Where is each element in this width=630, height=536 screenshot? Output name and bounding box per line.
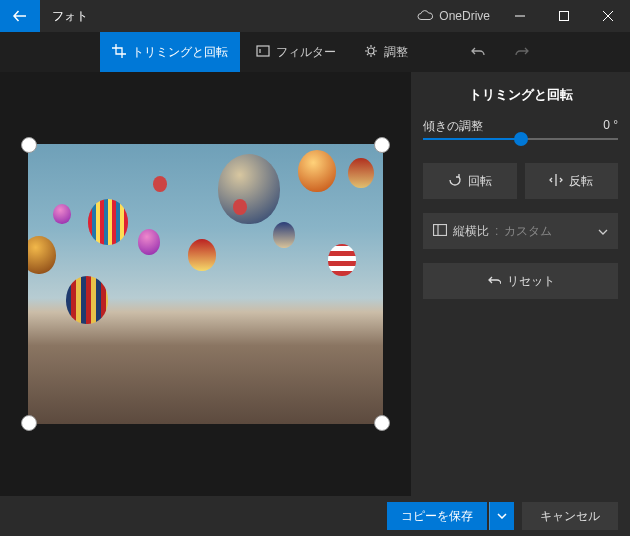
reset-button[interactable]: リセット [423, 263, 618, 299]
side-panel: トリミングと回転 傾きの調整 0 ° 回転 反転 縦横比 : [411, 72, 630, 496]
save-dropdown-button[interactable] [489, 502, 514, 530]
tilt-slider[interactable] [423, 129, 618, 149]
cloud-icon [417, 9, 433, 23]
minimize-button[interactable] [498, 0, 542, 32]
flip-label: 反転 [569, 173, 593, 190]
tab-filter[interactable]: フィルター [244, 32, 348, 72]
close-button[interactable] [586, 0, 630, 32]
tab-adjust-label: 調整 [384, 44, 408, 61]
rotate-icon [448, 173, 462, 190]
canvas-area [0, 72, 411, 496]
reset-icon [487, 273, 501, 290]
maximize-button[interactable] [542, 0, 586, 32]
crop-icon [112, 44, 126, 61]
redo-button[interactable] [502, 32, 542, 72]
aspect-label: 縦横比 [453, 223, 489, 240]
flip-icon [549, 173, 563, 190]
photo-preview [28, 144, 383, 424]
undo-button[interactable] [458, 32, 498, 72]
rotate-label: 回転 [468, 173, 492, 190]
aspect-ratio-dropdown[interactable]: 縦横比 : カスタム [423, 213, 618, 249]
reset-label: リセット [507, 273, 555, 290]
tilt-slider-thumb[interactable] [514, 132, 528, 146]
chevron-down-icon [598, 224, 608, 238]
svg-rect-1 [257, 46, 269, 56]
tab-crop-rotate[interactable]: トリミングと回転 [100, 32, 240, 72]
tab-filter-label: フィルター [276, 44, 336, 61]
cancel-button[interactable]: キャンセル [522, 502, 618, 530]
svg-point-2 [368, 48, 374, 54]
crop-frame[interactable] [28, 144, 383, 424]
filter-icon [256, 44, 270, 61]
tab-adjust[interactable]: 調整 [352, 32, 420, 72]
crop-handle-bottom-right[interactable] [374, 415, 390, 431]
crop-handle-top-right[interactable] [374, 137, 390, 153]
crop-handle-bottom-left[interactable] [21, 415, 37, 431]
back-button[interactable] [0, 0, 40, 32]
app-title: フォト [40, 8, 88, 25]
onedrive-label: OneDrive [439, 9, 490, 23]
aspect-value: カスタム [504, 223, 552, 240]
svg-rect-3 [434, 224, 447, 235]
svg-rect-0 [560, 12, 569, 21]
save-copy-button[interactable]: コピーを保存 [387, 502, 487, 530]
flip-button[interactable]: 反転 [525, 163, 619, 199]
tab-crop-label: トリミングと回転 [132, 44, 228, 61]
crop-handle-top-left[interactable] [21, 137, 37, 153]
side-panel-title: トリミングと回転 [423, 86, 618, 104]
aspect-icon [433, 224, 447, 239]
onedrive-indicator[interactable]: OneDrive [417, 9, 498, 23]
rotate-button[interactable]: 回転 [423, 163, 517, 199]
adjust-icon [364, 44, 378, 61]
aspect-sep: : [495, 224, 498, 238]
